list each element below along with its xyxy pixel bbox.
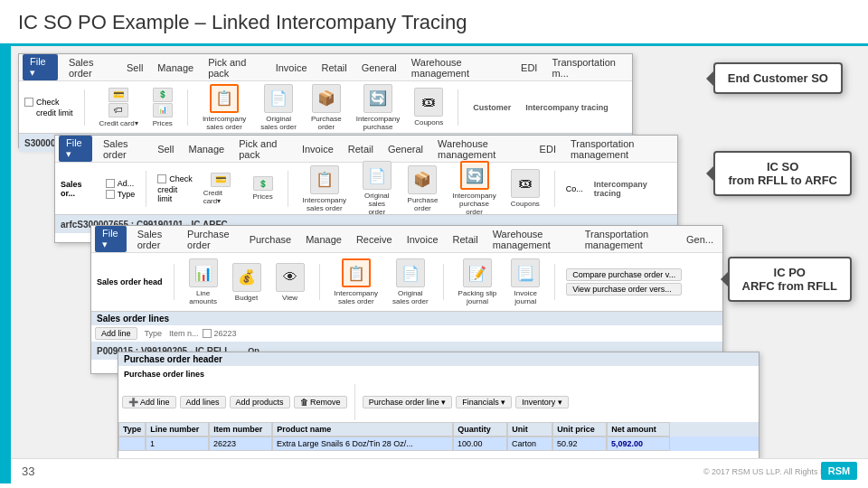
edi-tab-1[interactable]: EDI	[515, 61, 542, 75]
wm-tab-2[interactable]: Warehouse management	[432, 136, 531, 162]
invoice-tab-1[interactable]: Invoice	[270, 61, 313, 75]
coupons-btn-2[interactable]: 🎟 Coupons	[507, 167, 543, 210]
view-label-3: View	[282, 294, 297, 302]
check-box-4[interactable]	[157, 174, 166, 183]
invoice-tab-2[interactable]: Invoice	[297, 142, 339, 156]
check-credit-1[interactable]: Check	[24, 98, 60, 107]
general-tab-2[interactable]: General	[382, 142, 429, 156]
intercompany-po-btn-2[interactable]: 🔄 Intercompanypurchase order	[448, 159, 499, 218]
transport-tab-2[interactable]: Transportation management	[565, 136, 674, 162]
divider-9	[443, 264, 444, 300]
original-so-btn-1[interactable]: 📄 Originalsales order	[257, 82, 300, 133]
stats-icon-1: 📊	[153, 103, 173, 117]
original-so-btn-3[interactable]: 📄 Originalsales order	[389, 257, 432, 307]
so-tab-3[interactable]: Sales order	[132, 227, 178, 252]
budget-btn-3[interactable]: 💰 Budget	[229, 261, 265, 304]
invoice-journal-btn-3[interactable]: 📃 Invoicejournal	[507, 257, 543, 307]
purchase-order-btn-2[interactable]: 📦 Purchaseorder	[404, 164, 442, 214]
ribbon-body-1: Check credit limit 💳 🏷 Credit card▾	[19, 81, 632, 134]
view-po-btn-3[interactable]: View purchase order vers...	[566, 283, 682, 296]
check-group-2: Ad... Type	[106, 179, 136, 199]
add-line-btn-4[interactable]: ➕ Add line	[122, 396, 176, 408]
table-header-4: Type Line number Item number Product nam…	[118, 422, 759, 436]
divider-2	[187, 89, 188, 126]
file-tab-3[interactable]: File ▾	[95, 226, 127, 252]
intercompany-so-btn-1[interactable]: 📋 Intercompanysales order	[199, 82, 250, 133]
manage-tab-1[interactable]: Manage	[152, 61, 199, 75]
pick-pack-tab-2[interactable]: Pick and pack	[233, 136, 293, 162]
compare-po-btn-3[interactable]: Compare purchase order v...	[566, 268, 682, 281]
coupons-icon-1: 🎟	[414, 88, 443, 117]
check-box-1[interactable]	[24, 98, 33, 107]
item-26223-label: 26223	[214, 329, 237, 338]
transport-tab-1[interactable]: Transportation m...	[546, 55, 628, 80]
add-check-2[interactable]: Ad...	[106, 179, 135, 188]
ribbon-body-3: Sales order head 📊 Lineamounts 💰 Budget …	[91, 253, 722, 312]
check-box-3[interactable]	[106, 190, 115, 199]
manage-tab-3[interactable]: Manage	[300, 232, 347, 247]
manage-tab-2[interactable]: Manage	[183, 142, 230, 156]
original-so-btn-2[interactable]: 📄 Originalsales order	[357, 159, 397, 218]
credit-card-btn-1[interactable]: 💳 🏷 Credit card▾	[96, 86, 142, 129]
prices-btn-1[interactable]: 💲 📊 Prices	[149, 86, 176, 129]
check-credit-2[interactable]: Check	[157, 174, 193, 183]
table-row-4-1[interactable]: 1 26223 Extra Large Snails 6 Doz/Tin 28 …	[118, 436, 759, 451]
intercompany-so-label-2: Intercompanysales order	[303, 196, 346, 212]
gen-tab-3[interactable]: Gen...	[681, 232, 719, 247]
cell-type-4-1	[118, 436, 146, 451]
coupons-btn-1[interactable]: 🎟 Coupons	[410, 86, 447, 128]
inventory-btn-4[interactable]: Inventory ▾	[515, 396, 569, 408]
purchase-order-btn-1[interactable]: 📦 Purchaseorder	[307, 82, 345, 133]
packing-slip-icon-3: 📝	[463, 258, 492, 287]
intercompany-so-btn-3[interactable]: 📋 Intercompanysales order	[331, 257, 382, 307]
sales-order-tab-2[interactable]: Sales order	[98, 136, 148, 162]
invoice-tab-3[interactable]: Invoice	[401, 232, 444, 247]
intercompany-so-label-1: Intercompanysales order	[203, 115, 246, 131]
file-tab-1[interactable]: File ▾	[23, 54, 58, 80]
sell-tab-1[interactable]: Sell	[121, 61, 148, 75]
intercompany-so-btn-2[interactable]: 📋 Intercompanysales order	[299, 164, 350, 214]
purchase-order-line-btn-4[interactable]: Purchase order line ▾	[363, 396, 453, 408]
general-tab-1[interactable]: General	[356, 61, 402, 75]
sales-order-tab-1[interactable]: Sales order	[63, 55, 118, 80]
type-label-2: Type	[118, 190, 136, 199]
type-check-2[interactable]: Type	[106, 190, 136, 199]
wm-tab-1[interactable]: Warehouse management	[406, 55, 512, 80]
sales-order-label-2: Sales or...	[61, 180, 99, 198]
intercompany-po-icon-2: 🔄	[460, 161, 489, 190]
retail-tab-2[interactable]: Retail	[343, 142, 379, 156]
toolbar-row-4: ➕ Add line Add lines Add products 🗑 Remo…	[118, 382, 759, 422]
file-tab-2[interactable]: File ▾	[59, 136, 92, 162]
view-btn-3[interactable]: 👁 View	[272, 261, 308, 304]
purchase-order-label-2: Purchaseorder	[408, 196, 439, 212]
prices-btn-2[interactable]: 💲 Prices	[249, 174, 276, 202]
coupons-label-2: Coupons	[511, 200, 540, 208]
check-credit-label-2: Check	[169, 174, 193, 183]
add-products-btn-4[interactable]: Add products	[230, 396, 290, 408]
credit-card-btn-2[interactable]: 💳 Credit card▾	[200, 171, 242, 207]
financials-btn-4[interactable]: Financials ▾	[456, 396, 512, 408]
retail-tab-1[interactable]: Retail	[316, 61, 353, 75]
intercompany-so-icon-3: 📋	[342, 258, 371, 287]
edi-tab-2[interactable]: EDI	[534, 142, 561, 156]
intercompany-purchase-btn-1[interactable]: 🔄 Intercompanypurchase	[353, 82, 403, 133]
wm-tab-3[interactable]: Warehouse management	[487, 227, 576, 252]
transport-tab-3[interactable]: Transportation management	[580, 227, 677, 252]
remove-btn-4[interactable]: 🗑 Remove	[294, 396, 347, 408]
col-type-4: Type	[118, 422, 146, 436]
add-lines-btn-4[interactable]: Add lines	[180, 396, 226, 408]
retail-tab-3[interactable]: Retail	[448, 232, 484, 247]
checkbox-3[interactable]	[203, 329, 212, 338]
po-tab-3[interactable]: Purchase order	[182, 227, 241, 252]
pick-pack-tab-1[interactable]: Pick and pack	[203, 55, 267, 80]
cell-unitprice-4-1: 50.92	[552, 436, 607, 451]
add-line-btn-3[interactable]: Add line	[95, 327, 137, 340]
rsm-logo-box: RSM	[821, 462, 857, 480]
sell-tab-2[interactable]: Sell	[152, 142, 179, 156]
purchase-tab-3[interactable]: Purchase	[244, 232, 297, 247]
packing-slip-btn-3[interactable]: 📝 Packing slipjournal	[455, 257, 501, 307]
receive-tab-3[interactable]: Receive	[351, 232, 398, 247]
line-amounts-btn-3[interactable]: 📊 Lineamounts	[185, 257, 222, 307]
intercompany-purchase-label-1: Intercompanypurchase	[356, 115, 400, 131]
check-box-2[interactable]	[106, 179, 115, 188]
